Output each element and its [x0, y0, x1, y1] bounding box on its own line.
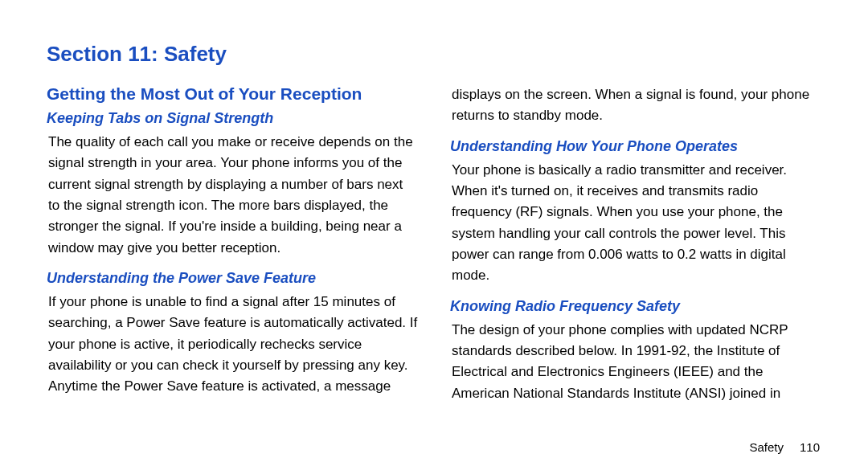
power-save-continued: displays on the screen. When a signal is…	[450, 84, 821, 127]
left-column: Getting the Most Out of Your Reception K…	[47, 84, 418, 415]
content-columns: Getting the Most Out of Your Reception K…	[47, 84, 821, 415]
power-save-heading: Understanding the Power Save Feature	[47, 270, 418, 287]
how-phone-operates-body: Your phone is basically a radio transmit…	[450, 160, 821, 287]
reception-heading: Getting the Most Out of Your Reception	[47, 84, 418, 104]
signal-strength-heading: Keeping Tabs on Signal Strength	[47, 110, 418, 127]
rf-safety-body: The design of your phone complies with u…	[450, 320, 821, 404]
footer-page-number: 110	[800, 440, 820, 454]
right-column: displays on the screen. When a signal is…	[450, 84, 821, 415]
rf-safety-heading: Knowing Radio Frequency Safety	[450, 298, 821, 315]
signal-strength-body: The quality of each call you make or rec…	[47, 132, 418, 259]
power-save-body: If your phone is unable to find a signal…	[47, 292, 418, 398]
page-footer: Safety110	[749, 440, 820, 454]
how-phone-operates-heading: Understanding How Your Phone Operates	[450, 138, 821, 155]
footer-section-label: Safety	[749, 440, 784, 454]
section-title: Section 11: Safety	[47, 42, 821, 67]
